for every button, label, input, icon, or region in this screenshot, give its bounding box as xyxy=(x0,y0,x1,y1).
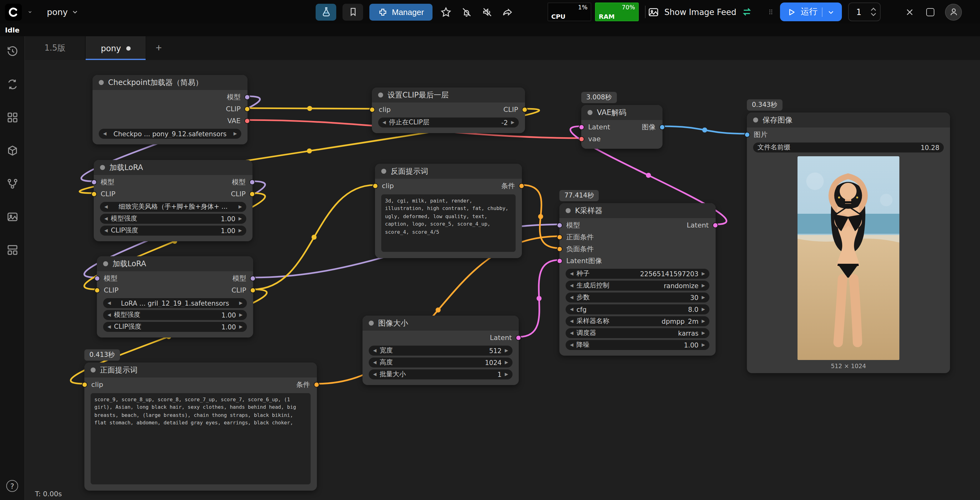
node-clip-set-last-layer[interactable]: 设置CLIP最后一层clipCLIP◀停止在CLIP层-2▶ xyxy=(372,88,525,133)
sound-off-button[interactable] xyxy=(480,5,495,19)
node-lora-loader-1[interactable]: 加载LoRA模型模型CLIPCLIP◀细致完美风格（手+脚+脸+身体+ ...▶… xyxy=(94,160,253,241)
workflow-refresh-icon[interactable] xyxy=(6,78,18,91)
input-port-icon[interactable] xyxy=(82,382,88,387)
manager-button[interactable]: Manager xyxy=(369,3,433,20)
collapse-dot-icon[interactable] xyxy=(381,169,386,174)
input-port-icon[interactable] xyxy=(745,132,750,137)
collapse-dot-icon[interactable] xyxy=(103,261,108,266)
node-positive-prompt[interactable]: 0.413秒正面提示词clip条件score_9, score_8_up, sc… xyxy=(84,363,317,490)
output-port-icon[interactable] xyxy=(244,106,250,112)
widget-CLIP强度[interactable]: ◀CLIP强度1.00▶ xyxy=(100,226,246,236)
increment-icon[interactable]: ▶ xyxy=(702,307,705,312)
node-vae-decode[interactable]: 3.008秒VAE解码Latent图像vae xyxy=(581,105,662,149)
output-port-icon[interactable] xyxy=(713,223,718,228)
output-port-icon[interactable] xyxy=(659,124,665,130)
share-button[interactable] xyxy=(501,5,515,19)
output-port-icon[interactable] xyxy=(522,107,528,113)
increment-icon[interactable]: ▶ xyxy=(239,205,242,209)
widget-宽度[interactable]: ◀宽度512▶ xyxy=(369,346,512,356)
star-button[interactable] xyxy=(439,5,453,19)
increment-icon[interactable]: ▶ xyxy=(702,295,705,300)
close-button[interactable] xyxy=(904,6,916,18)
node-title-bar[interactable]: Checkpoint加载器（简易） xyxy=(92,75,248,90)
decrement-icon[interactable]: ◀ xyxy=(382,120,386,125)
image-gallery-icon[interactable] xyxy=(6,211,18,223)
stepper-down-icon[interactable] xyxy=(870,13,876,16)
decrement-icon[interactable]: ◀ xyxy=(570,283,573,288)
decrement-icon[interactable]: ◀ xyxy=(570,307,573,312)
node-map-icon[interactable] xyxy=(6,177,18,190)
decrement-icon[interactable]: ◀ xyxy=(373,349,377,353)
run-button[interactable]: 运行 xyxy=(780,3,842,21)
widget-模型强度[interactable]: ◀模型强度1.00▶ xyxy=(100,214,246,224)
output-port-icon[interactable] xyxy=(250,191,255,197)
output-port-icon[interactable] xyxy=(250,288,256,293)
widget-调度器[interactable]: ◀调度器karras▶ xyxy=(566,328,710,338)
collapse-dot-icon[interactable] xyxy=(566,208,571,213)
node-latent-image-size[interactable]: 图像大小Latent◀宽度512▶◀高度1024▶◀批量大小1▶ xyxy=(363,315,519,385)
decrement-icon[interactable]: ◀ xyxy=(570,331,573,335)
widget-combo[interactable]: ◀细致完美风格（手+脚+脸+身体+ ...▶ xyxy=(100,202,246,212)
drag-handle-icon[interactable] xyxy=(767,7,774,17)
output-port-icon[interactable] xyxy=(519,183,524,189)
collapse-dot-icon[interactable] xyxy=(91,368,95,373)
decrement-icon[interactable]: ◀ xyxy=(570,343,573,347)
node-ksampler[interactable]: 77.414秒K采样器模型Latent正面条件负面条件Latent图像◀种子22… xyxy=(559,203,716,356)
workflow-selector[interactable]: pony xyxy=(47,7,79,17)
input-port-icon[interactable] xyxy=(372,183,378,189)
input-port-icon[interactable] xyxy=(557,246,563,252)
increment-icon[interactable]: ▶ xyxy=(239,325,242,329)
node-title-bar[interactable]: 加载LoRA xyxy=(97,256,253,271)
tab-1-5[interactable]: 1.5版 xyxy=(25,36,86,60)
widget-高度[interactable]: ◀高度1024▶ xyxy=(369,358,512,368)
increment-icon[interactable]: ▶ xyxy=(505,360,508,365)
widget-种子[interactable]: ◀种子22565141597203▶ xyxy=(566,269,710,279)
flask-button[interactable] xyxy=(316,3,336,20)
output-port-icon[interactable] xyxy=(250,179,255,185)
input-port-icon[interactable] xyxy=(94,288,100,293)
collapse-dot-icon[interactable] xyxy=(587,110,592,115)
decrement-icon[interactable]: ◀ xyxy=(108,301,111,305)
node-negative-prompt[interactable]: 反面提示词clip条件3d, cgi, milk, paint, render,… xyxy=(375,164,522,258)
decrement-icon[interactable]: ◀ xyxy=(104,217,108,221)
stepper-up-icon[interactable] xyxy=(870,8,876,11)
model-library-icon[interactable] xyxy=(6,144,18,157)
decrement-icon[interactable]: ◀ xyxy=(103,132,107,136)
app-menu-chevron-icon[interactable] xyxy=(26,8,34,16)
output-port-icon[interactable] xyxy=(244,118,250,124)
decrement-icon[interactable]: ◀ xyxy=(373,372,377,377)
node-lora-loader-2[interactable]: 加载LoRA模型模型CLIPCLIP◀LoRA ... gril_12_19_1… xyxy=(97,256,253,338)
input-port-icon[interactable] xyxy=(369,107,375,113)
node-library-icon[interactable] xyxy=(6,111,18,124)
collapse-dot-icon[interactable] xyxy=(99,80,104,85)
collapse-dot-icon[interactable] xyxy=(378,92,383,97)
decrement-icon[interactable]: ◀ xyxy=(108,313,111,317)
decrement-icon[interactable]: ◀ xyxy=(373,360,377,365)
comfyui-logo[interactable] xyxy=(5,3,22,20)
node-checkpoint-loader[interactable]: Checkpoint加载器（简易）模型CLIPVAE◀Checkpo ... p… xyxy=(92,75,248,144)
batch-count-input[interactable]: 1 xyxy=(848,3,881,21)
increment-icon[interactable]: ▶ xyxy=(239,228,242,233)
increment-icon[interactable]: ▶ xyxy=(239,313,242,317)
increment-icon[interactable]: ▶ xyxy=(239,217,242,221)
output-port-icon[interactable] xyxy=(515,335,521,341)
collapse-dot-icon[interactable] xyxy=(369,321,374,326)
increment-icon[interactable]: ▶ xyxy=(702,283,705,288)
decrement-icon[interactable]: ◀ xyxy=(104,228,108,233)
node-title-bar[interactable]: 保存图像 xyxy=(747,113,950,127)
output-port-icon[interactable] xyxy=(314,382,320,387)
input-port-icon[interactable] xyxy=(579,124,584,130)
new-workflow-tab-button[interactable]: + xyxy=(146,36,171,60)
input-port-icon[interactable] xyxy=(91,179,97,185)
input-port-icon[interactable] xyxy=(94,275,100,281)
node-title-bar[interactable]: 反面提示词 xyxy=(375,164,522,179)
input-port-icon[interactable] xyxy=(91,191,97,197)
workflow-history-icon[interactable] xyxy=(6,45,18,57)
prompt-text[interactable]: score_9, score_8_up, score_8, score_7_up… xyxy=(91,393,310,484)
node-save-image[interactable]: 0.343秒保存图像图片文件名前缀10.28 512 × 1024 xyxy=(747,113,950,373)
node-title-bar[interactable]: 正面提示词 xyxy=(84,363,317,377)
notifications-off-button[interactable] xyxy=(460,5,474,19)
help-button[interactable]: ? xyxy=(6,480,18,492)
decrement-icon[interactable]: ◀ xyxy=(570,319,573,323)
widget-生成后控制[interactable]: ◀生成后控制randomize▶ xyxy=(566,280,710,291)
